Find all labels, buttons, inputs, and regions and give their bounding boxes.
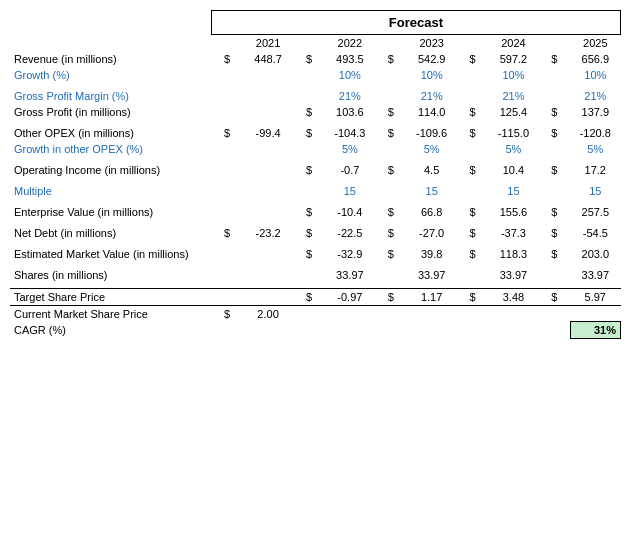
val-target_share-4: 5.97 (570, 288, 620, 305)
dollar-estimated_market-4: $ (539, 246, 570, 262)
dollar-other_opex-4: $ (539, 125, 570, 141)
year-2023: 2023 (406, 35, 456, 52)
row-label-growth: Growth (%) (10, 67, 211, 83)
dollar-growth_opex-1 (293, 141, 324, 157)
val-operating_income-3: 10.4 (488, 162, 538, 178)
val-multiple-0 (243, 183, 293, 199)
val-estimated_market-0 (243, 246, 293, 262)
table-row-cagr: CAGR (%) 31% (10, 322, 621, 339)
row-label-multiple: Multiple (10, 183, 211, 199)
val-enterprise_value-3: 155.6 (488, 204, 538, 220)
dollar-target_share-2: $ (375, 288, 406, 305)
val-growth-3: 10% (488, 67, 538, 83)
val-revenue-3: 597.2 (488, 51, 538, 67)
row-label-shares: Shares (in millions) (10, 267, 211, 283)
dollar-revenue-0: $ (211, 51, 242, 67)
val-operating_income-2: 4.5 (406, 162, 456, 178)
table-row-growth_opex: Growth in other OPEX (%)5%5%5%5% (10, 141, 621, 157)
table-row-shares: Shares (in millions)33.9733.9733.9733.97 (10, 267, 621, 283)
dollar-other_opex-3: $ (457, 125, 488, 141)
cagr-label: CAGR (%) (10, 322, 211, 339)
dollar-estimated_market-1: $ (293, 246, 324, 262)
row-label-net_debt: Net Debt (in millions) (10, 225, 211, 241)
val-estimated_market-4: 203.0 (570, 246, 620, 262)
val-net_debt-3: -37.3 (488, 225, 538, 241)
table-row-other_opex: Other OPEX (in millions)$-99.4$-104.3$-1… (10, 125, 621, 141)
table-row-revenue: Revenue (in millions)$448.7$493.5$542.9$… (10, 51, 621, 67)
dollar-operating_income-0 (211, 162, 242, 178)
val-other_opex-1: -104.3 (325, 125, 375, 141)
year-2025: 2025 (570, 35, 620, 52)
table-row-growth: Growth (%)10%10%10%10% (10, 67, 621, 83)
val-operating_income-1: -0.7 (325, 162, 375, 178)
val-growth-4: 10% (570, 67, 620, 83)
val-gross_profit-0 (243, 104, 293, 120)
val-multiple-3: 15 (488, 183, 538, 199)
val-gpm-4: 21% (570, 88, 620, 104)
row-label-operating_income: Operating Income (in millions) (10, 162, 211, 178)
cagr-value: 31% (570, 322, 620, 339)
val-revenue-4: 656.9 (570, 51, 620, 67)
dollar-net_debt-3: $ (457, 225, 488, 241)
dollar-gross_profit-0 (211, 104, 242, 120)
val-gross_profit-3: 125.4 (488, 104, 538, 120)
table-row-gross_profit: Gross Profit (in millions)$103.6$114.0$1… (10, 104, 621, 120)
table-row-current_market: Current Market Share Price$2.00 (10, 305, 621, 322)
val-revenue-1: 493.5 (325, 51, 375, 67)
val-growth-0 (243, 67, 293, 83)
dollar-gross_profit-2: $ (375, 104, 406, 120)
dollar-net_debt-4: $ (539, 225, 570, 241)
val-estimated_market-2: 39.8 (406, 246, 456, 262)
dollar-gpm-4 (539, 88, 570, 104)
dollar-multiple-3 (457, 183, 488, 199)
val-target_share-2: 1.17 (406, 288, 456, 305)
val-operating_income-0 (243, 162, 293, 178)
val-revenue-0: 448.7 (243, 51, 293, 67)
val-gross_profit-2: 114.0 (406, 104, 456, 120)
dollar-other_opex-1: $ (293, 125, 324, 141)
dollar-enterprise_value-0 (211, 204, 242, 220)
val-gpm-1: 21% (325, 88, 375, 104)
val-growth-1: 10% (325, 67, 375, 83)
row-label-target_share: Target Share Price (10, 288, 211, 305)
dollar-target_share-3: $ (457, 288, 488, 305)
val-operating_income-4: 17.2 (570, 162, 620, 178)
val-current_market-4 (570, 305, 620, 322)
dollar-shares-3 (457, 267, 488, 283)
dollar-growth-0 (211, 67, 242, 83)
val-gpm-3: 21% (488, 88, 538, 104)
val-growth_opex-1: 5% (325, 141, 375, 157)
dollar-shares-1 (293, 267, 324, 283)
dollar-growth_opex-4 (539, 141, 570, 157)
row-label-estimated_market: Estimated Market Value (in millions) (10, 246, 211, 262)
dollar-growth_opex-3 (457, 141, 488, 157)
dollar-operating_income-3: $ (457, 162, 488, 178)
val-shares-1: 33.97 (325, 267, 375, 283)
year-2022: 2022 (325, 35, 375, 52)
dollar-estimated_market-0 (211, 246, 242, 262)
val-gpm-0 (243, 88, 293, 104)
val-enterprise_value-4: 257.5 (570, 204, 620, 220)
dollar-estimated_market-3: $ (457, 246, 488, 262)
dollar-multiple-1 (293, 183, 324, 199)
val-enterprise_value-2: 66.8 (406, 204, 456, 220)
dollar-growth_opex-0 (211, 141, 242, 157)
val-current_market-0: 2.00 (243, 305, 293, 322)
val-shares-4: 33.97 (570, 267, 620, 283)
val-growth_opex-4: 5% (570, 141, 620, 157)
dollar-current_market-4 (539, 305, 570, 322)
val-gross_profit-4: 137.9 (570, 104, 620, 120)
dollar-multiple-0 (211, 183, 242, 199)
val-multiple-4: 15 (570, 183, 620, 199)
val-shares-0 (243, 267, 293, 283)
dollar-enterprise_value-3: $ (457, 204, 488, 220)
dollar-shares-2 (375, 267, 406, 283)
dollar-operating_income-4: $ (539, 162, 570, 178)
val-current_market-3 (488, 305, 538, 322)
val-current_market-2 (406, 305, 456, 322)
row-label-growth_opex: Growth in other OPEX (%) (10, 141, 211, 157)
dollar-net_debt-1: $ (293, 225, 324, 241)
dollar-current_market-1 (293, 305, 324, 322)
dollar-gpm-2 (375, 88, 406, 104)
table-row-net_debt: Net Debt (in millions)$-23.2$-22.5$-27.0… (10, 225, 621, 241)
